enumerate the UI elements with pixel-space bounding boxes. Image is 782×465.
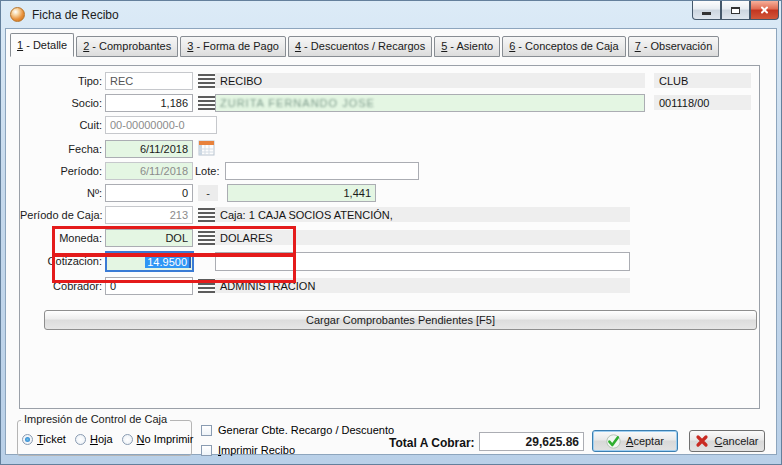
caja-description: Caja: 1 CAJA SOCIOS ATENCIÓN,	[215, 207, 630, 222]
periodo-label: Período:	[20, 165, 102, 177]
cancelar-label: Cancelar	[714, 435, 758, 447]
moneda-description: DOLARES	[215, 230, 630, 245]
periodo-input[interactable]: 6/11/2018	[105, 162, 193, 180]
red-x-icon	[695, 434, 709, 448]
green-check-icon	[606, 434, 621, 449]
total-a-cobrar-label: Total A Cobrar:	[389, 436, 475, 450]
tab-forma-de-pago[interactable]: 3 - Forma de Pago	[180, 36, 286, 57]
cobrador-label: Cobrador:	[20, 280, 102, 292]
radio-ticket[interactable]	[22, 434, 33, 445]
tipo-label: Tipo:	[20, 75, 102, 87]
maximize-button[interactable]	[721, 1, 750, 20]
app-icon	[10, 7, 25, 22]
radio-no-imprimir[interactable]	[122, 434, 133, 445]
tab-observacion[interactable]: 7 - Observación	[628, 36, 720, 57]
moneda-input[interactable]: DOL	[105, 229, 193, 247]
close-icon	[759, 5, 770, 16]
fecha-input[interactable]: 6/11/2018	[105, 140, 193, 158]
title-bar[interactable]: Ficha de Recibo	[1, 1, 781, 28]
cobrador-input[interactable]: 0	[105, 277, 193, 295]
radio-hoja[interactable]	[75, 434, 86, 445]
numero-separator: -	[198, 185, 218, 201]
dialog-window: Ficha de Recibo 1 - Detalle 2 - Comproba…	[0, 0, 782, 465]
cotizacion-extra-field	[215, 252, 630, 271]
checkbox-generar-cbte[interactable]	[201, 425, 212, 436]
print-control-group-title: Impresión de Control de Caja	[21, 413, 170, 425]
club-field: CLUB	[654, 73, 751, 88]
cuit-input[interactable]: 00-00000000-0	[105, 116, 217, 134]
cargar-comprobantes-button[interactable]: Cargar Comprobantes Pendientes [F5]	[44, 310, 757, 330]
periodo-caja-input[interactable]: 213	[105, 206, 193, 224]
minimize-button[interactable]	[692, 1, 721, 20]
cancelar-button[interactable]: Cancelar	[689, 430, 765, 452]
tab-comprobantes[interactable]: 2 - Comprobantes	[76, 36, 178, 57]
window-controls	[692, 1, 779, 20]
fecha-label: Fecha:	[20, 143, 102, 155]
print-options: Ticket Hoja No Imprimir	[22, 433, 202, 445]
radio-hoja-label[interactable]: Hoja	[90, 433, 113, 445]
radio-ticket-label[interactable]: Ticket	[37, 433, 66, 445]
tab-strip: 1 - Detalle 2 - Comprobantes 3 - Forma d…	[10, 33, 721, 57]
socio-name-field: ZURITA FERNANDO JOSE	[215, 94, 645, 112]
selected-text: 14.9500	[145, 256, 189, 268]
tab-detalle[interactable]: 1 - Detalle	[10, 33, 74, 57]
minimize-icon	[702, 12, 711, 15]
socio-label: Socio:	[20, 97, 102, 109]
periodo-caja-label: Período de Caja:	[20, 209, 102, 221]
checkbox-imprimir-recibo-label[interactable]: Imprimir Recibo	[218, 444, 295, 456]
cotizacion-input[interactable]: 14.9500	[105, 251, 194, 272]
socio-code-field: 001118/00	[654, 95, 751, 110]
tab-asiento[interactable]: 5 - Asiento	[434, 36, 500, 57]
numero2-input[interactable]: 1,441	[227, 184, 376, 202]
numero-label: Nº:	[20, 187, 102, 199]
imprimir-recibo-row: Imprimir Recibo	[201, 444, 295, 456]
cuit-label: Cuit:	[20, 119, 102, 131]
text-caret	[189, 255, 191, 268]
tipo-input[interactable]: REC	[105, 72, 193, 90]
cotizacion-label: Cotizacion:	[20, 255, 102, 267]
generar-cbte-row: Generar Cbte. Recargo / Descuento	[201, 424, 394, 436]
cobrador-description: ADMINISTRACION	[215, 278, 630, 293]
radio-no-imprimir-label[interactable]: No Imprimir	[137, 433, 194, 445]
tipo-description: RECIBO	[215, 73, 645, 88]
checkbox-generar-cbte-label[interactable]: Generar Cbte. Recargo / Descuento	[218, 424, 394, 436]
socio-input[interactable]: 1,186	[105, 94, 193, 112]
tab-descuentos-recargos[interactable]: 4 - Descuentos / Recargos	[288, 36, 432, 57]
numero-input[interactable]: 0	[105, 184, 193, 202]
client-area: 1 - Detalle 2 - Comprobantes 3 - Forma d…	[5, 28, 777, 455]
calendar-icon[interactable]	[198, 140, 216, 160]
detail-panel: Tipo: REC RECIBO CLUB Socio: 1,186 ZURIT…	[19, 65, 760, 409]
aceptar-button[interactable]: Aceptar	[592, 430, 678, 452]
moneda-label: Moneda:	[20, 232, 102, 244]
tab-conceptos-de-caja[interactable]: 6 - Conceptos de Caja	[502, 36, 625, 57]
total-a-cobrar-input[interactable]: 29,625.86	[479, 432, 584, 451]
maximize-icon	[731, 7, 740, 14]
window-title: Ficha de Recibo	[32, 8, 119, 22]
close-button[interactable]	[750, 1, 779, 20]
aceptar-label: Aceptar	[626, 435, 664, 447]
checkbox-imprimir-recibo[interactable]	[201, 445, 212, 456]
lote-label: Lote:	[195, 165, 223, 177]
lote-input[interactable]	[225, 162, 419, 180]
